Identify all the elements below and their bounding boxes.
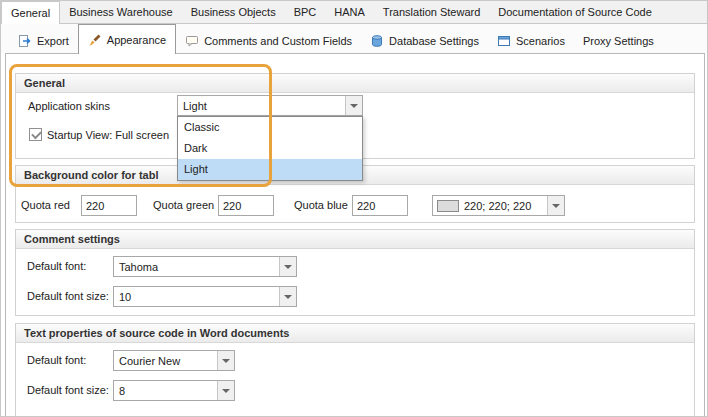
application-skins-label: Application skins [28,100,110,113]
comment-font-combo[interactable]: Tahoma [113,256,297,277]
tab-documentation-of-source-code[interactable]: Documentation of Source Code [489,1,660,23]
quota-blue-label: Quota blue [294,199,348,212]
comment-font-size-label: Default font size: [27,290,109,303]
combo-dropdown-button[interactable] [547,196,564,215]
background-color-combo[interactable]: 220; 220; 220 [432,195,565,216]
color-swatch [437,200,459,212]
subtab-proxy-settings[interactable]: Proxy Settings [574,28,663,53]
combo-dropdown-button[interactable] [279,287,296,306]
tab-business-objects[interactable]: Business Objects [182,1,285,23]
scenarios-icon [497,34,511,48]
preferences-window: General Business Warehouse Business Obje… [0,0,708,417]
quota-red-input[interactable] [81,195,137,216]
tab-hana[interactable]: HANA [325,1,374,23]
tab-bpc[interactable]: BPC [285,1,326,23]
background-color-value: 220; 220; 220 [459,200,547,212]
word-font-size-label: Default font size: [27,384,109,397]
group-general-title: General [16,74,694,93]
subtab-scenarios[interactable]: Scenarios [488,28,574,53]
main-tab-bar: General Business Warehouse Business Obje… [1,1,708,24]
combo-dropdown-button[interactable] [217,381,234,400]
group-comment-settings-title: Comment settings [16,230,694,249]
chevron-down-icon [284,295,292,299]
skins-dropdown-list: Classic Dark Light [177,116,363,181]
subtab-label: Database Settings [389,35,479,47]
tab-translation-steward[interactable]: Translation Steward [374,1,489,23]
application-skins-value: Light [178,100,345,112]
settings-tab-bar: Export Appearance Comments and Custom Fi… [1,24,708,53]
subtab-label: Comments and Custom Fields [204,35,352,47]
chevron-down-icon [350,104,358,108]
startup-fullscreen-checkbox[interactable] [29,128,42,141]
quota-green-label: Quota green [153,199,214,212]
subtab-comments-and-custom-fields[interactable]: Comments and Custom Fields [176,28,361,53]
subtab-label: Appearance [107,34,166,46]
quota-blue-input[interactable] [352,195,408,216]
comment-font-size-combo[interactable]: 10 [113,286,297,307]
quota-green-input[interactable] [218,195,274,216]
startup-fullscreen-label: Startup View: Full screen [47,129,169,142]
combo-dropdown-button[interactable] [345,96,362,115]
chevron-down-icon [284,265,292,269]
word-font-size-value: 8 [114,385,217,397]
paintbrush-icon [88,33,102,47]
subtab-export[interactable]: Export [9,28,78,53]
combo-dropdown-button[interactable] [217,351,234,370]
export-icon [18,34,32,48]
word-font-size-combo[interactable]: 8 [113,380,235,401]
group-word-text-properties-title: Text properties of source code in Word d… [16,324,694,343]
word-font-value: Courier New [114,355,217,367]
comment-font-value: Tahoma [114,261,279,273]
word-font-combo[interactable]: Courier New [113,350,235,371]
combo-dropdown-button[interactable] [279,257,296,276]
subtab-label: Scenarios [516,35,565,47]
chevron-down-icon [222,389,230,393]
subtab-appearance[interactable]: Appearance [78,24,176,54]
comment-bubble-icon [185,34,199,48]
subtab-label: Export [37,35,69,47]
quota-red-label: Quota red [21,199,70,212]
dropdown-item-dark[interactable]: Dark [178,138,362,159]
dropdown-item-classic[interactable]: Classic [178,117,362,138]
subtab-label: Proxy Settings [583,35,654,47]
word-font-label: Default font: [27,354,86,367]
application-skins-combo[interactable]: Light [177,95,363,116]
tab-general[interactable]: General [1,1,60,24]
subtab-database-settings[interactable]: Database Settings [361,28,488,53]
tab-business-warehouse[interactable]: Business Warehouse [60,1,182,23]
database-icon [370,34,384,48]
chevron-down-icon [552,204,560,208]
comment-font-size-value: 10 [114,291,279,303]
chevron-down-icon [222,359,230,363]
dropdown-item-light[interactable]: Light [178,159,362,180]
comment-font-label: Default font: [27,260,86,273]
